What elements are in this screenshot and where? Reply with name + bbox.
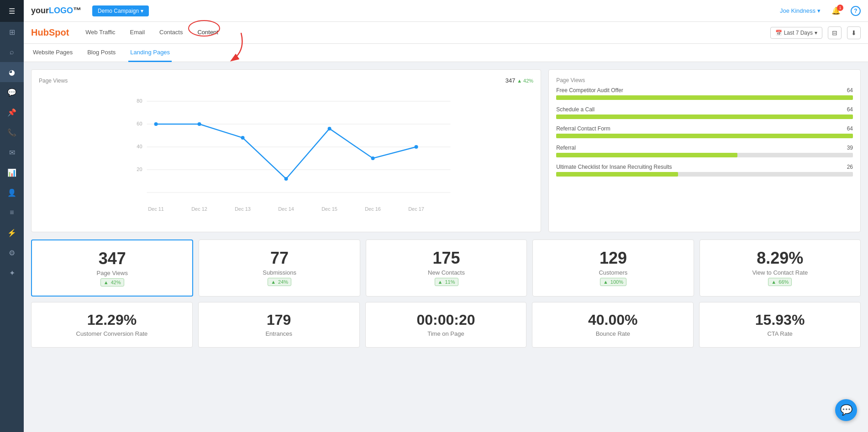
metric-card-pageviews[interactable]: 347 Page Views ▲ 42% [31,239,193,297]
nav-brand: HubSpot [31,27,69,38]
calendar-icon: 📅 [775,30,782,36]
pie-chart-icon: ◕ [9,68,15,77]
main-content: yourLOGO™ Demo Campaign ▾ Joe Kindness ▾… [24,0,868,432]
bottom-metrics-row: 12.29% Customer Conversion Rate 179 Entr… [31,302,861,348]
sidebar-icon-dashboard[interactable]: ⊞ [0,22,24,42]
sidebar-icon-pin[interactable]: 📌 [0,102,24,122]
subtab-website-pages[interactable]: Website Pages [31,44,74,62]
sidebar-menu-btn[interactable]: ☰ [0,0,24,22]
bottom-label-ctarate: CTA Rate [705,330,855,337]
metric-card-newcontacts[interactable]: 175 New Contacts ▲ 11% [366,239,527,297]
svg-text:Dec 16: Dec 16 [365,206,381,212]
sidebar-icon-list[interactable]: ≡ [0,203,24,223]
chat-support-button[interactable]: 💬 [835,399,857,421]
menu-icon: ☰ [9,7,15,16]
nav-item-email[interactable]: Email [125,22,151,44]
line-chart-header: Page Views 347 ▲ 42% [39,77,533,84]
line-chart-svg-container: 80 60 40 20 Dec 11 Dec 12 Dec 13 Dec 14 … [39,88,533,224]
dropdown-arrow-icon: ▾ [141,8,143,14]
sidebar: ☰ ⊞ ⌕ ◕ 💬 📌 📞 ✉ 📊 👤 ≡ ⚡ ⚙ ✦ [0,0,24,432]
line-chart-title: Page Views [39,78,68,84]
metric-badge-viewcontact: ▲ 66% [768,278,792,286]
bar-item-label-2: Schedule a Call [556,106,594,113]
svg-text:60: 60 [137,121,142,126]
topbar: yourLOGO™ Demo Campaign ▾ Joe Kindness ▾… [24,0,868,22]
svg-text:80: 80 [137,98,142,104]
bar-item-value-5: 26 [847,164,853,170]
bottom-big-bouncerate: 40.00% [538,312,688,328]
metric-label-customers: Customers [538,269,688,276]
sidebar-icon-user[interactable]: 👤 [0,182,24,203]
svg-text:Dec 15: Dec 15 [321,206,337,212]
user-menu[interactable]: Joe Kindness ▾ [780,7,821,14]
bar-list-card: Page Views Free Competitor Audit Offer 6… [548,69,861,232]
bottom-card-timeonpage[interactable]: 00:00:20 Time on Page [365,302,527,348]
subtabs: Website Pages Blog Posts Landing Pages [24,44,868,62]
user-icon: 👤 [7,188,16,197]
bolt-icon: ⚡ [7,229,16,237]
demo-campaign-button[interactable]: Demo Campaign ▾ [92,5,149,16]
subtab-landing-label: Landing Pages [130,49,170,56]
bar-list-item-1: Free Competitor Audit Offer 64 [556,87,853,100]
subtab-blog-posts[interactable]: Blog Posts [85,44,117,62]
bottom-label-timeonpage: Time on Page [371,330,521,337]
notification-badge: 1 [837,5,843,11]
nav-item-contacts[interactable]: Contacts [154,22,188,44]
bottom-card-ctarate[interactable]: 15.93% CTA Rate [699,302,861,348]
sidebar-icon-search[interactable]: ⌕ [0,42,24,62]
date-filter-button[interactable]: 📅 Last 7 Days ▾ [770,27,822,39]
date-filter-label: Last 7 Days [784,30,813,36]
bar-item-label-1: Free Competitor Audit Offer [556,87,623,94]
metric-label-submissions: Submissions [205,269,354,276]
bar-item-label-3: Referral Contact Form [556,125,610,132]
bottom-card-bouncerate[interactable]: 40.00% Bounce Rate [532,302,694,348]
help-button[interactable]: ? [851,6,861,16]
sidebar-icon-analytics[interactable]: ◕ [0,62,24,82]
metric-card-viewcontact[interactable]: 8.29% View to Contact Rate ▲ 66% [700,239,861,297]
bottom-card-conversion[interactable]: 12.29% Customer Conversion Rate [31,302,193,348]
metric-label-viewcontact: View to Contact Rate [705,269,855,276]
metric-card-customers[interactable]: 129 Customers ▲ 100% [532,239,694,297]
sidebar-icon-bolt[interactable]: ⚡ [0,223,24,243]
metric-label-pageviews: Page Views [37,270,187,276]
metric-label-newcontacts: New Contacts [372,269,521,276]
star-icon: ✦ [9,269,15,277]
bar-list-header: Page Views [556,77,853,83]
bar-fill-3 [556,134,853,138]
svg-point-22 [415,145,418,149]
bar-list-item-5: Ultimate Checklist for Insane Recruiting… [556,164,853,177]
svg-text:Dec 14: Dec 14 [278,206,294,212]
sidebar-icon-email[interactable]: ✉ [0,142,24,162]
sidebar-icon-settings[interactable]: ⚙ [0,243,24,263]
bar-list-item-4: Referral 39 [556,145,853,157]
metric-big-pageviews: 347 [37,250,187,268]
nav-item-webtraffic[interactable]: Web Traffic [80,22,121,44]
settings-icon: ⚙ [9,249,15,257]
bottom-card-entrances[interactable]: 179 Entrances [198,302,360,348]
sidebar-icon-bar[interactable]: 📊 [0,162,24,182]
metric-badge-newcontacts: ▲ 11% [435,278,458,286]
bar-list-item-2: Schedule a Call 64 [556,106,853,119]
notification-bell[interactable]: 🔔 1 [831,6,841,15]
bottom-label-conversion: Customer Conversion Rate [37,330,187,337]
svg-point-20 [328,127,331,130]
metric-card-submissions[interactable]: 77 Submissions ▲ 24% [199,239,360,297]
sidebar-icon-chat[interactable]: 💬 [0,82,24,102]
bar-list-item-3: Referral Contact Form 64 [556,125,853,138]
date-filter-arrow: ▾ [815,30,817,36]
sidebar-icon-star[interactable]: ✦ [0,263,24,283]
subtab-landing-pages[interactable]: Landing Pages [128,44,172,62]
bottom-big-ctarate: 15.93% [705,312,855,328]
content-area: Page Views 347 ▲ 42% 8 [24,62,868,432]
nav-item-content[interactable]: Content [192,22,224,44]
chart-view-button[interactable]: ⊟ [828,26,842,39]
line-chart-svg: 80 60 40 20 Dec 11 Dec 12 Dec 13 Dec 14 … [39,88,533,224]
svg-text:Dec 17: Dec 17 [408,206,424,212]
dashboard-icon: ⊞ [9,28,15,36]
download-button[interactable]: ⬇ [847,26,861,39]
svg-point-18 [241,136,245,140]
user-name: Joe Kindness [780,7,815,14]
sidebar-icon-phone[interactable]: 📞 [0,122,24,142]
svg-text:40: 40 [137,144,142,149]
bar-list-title: Page Views [556,77,585,83]
